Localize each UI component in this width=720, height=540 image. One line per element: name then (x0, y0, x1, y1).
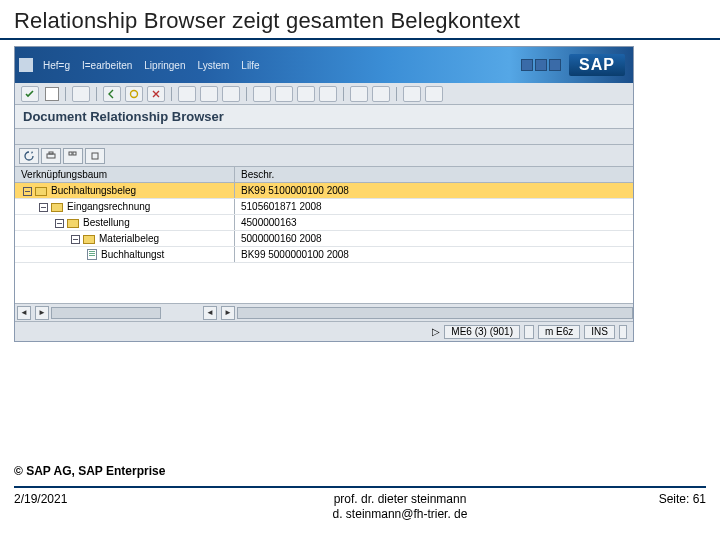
find-next-icon[interactable] (222, 86, 240, 102)
tree-grid: Verknüpfungsbaum Beschr. Buchhaltungsbel… (15, 167, 633, 303)
separator (171, 87, 172, 101)
first-page-icon[interactable] (253, 86, 271, 102)
copyright-text: © SAP AG, SAP Enterprise (14, 464, 706, 482)
scroll-right-icon[interactable]: ► (221, 306, 235, 320)
scroll-track[interactable] (237, 307, 633, 319)
slide-footer: © SAP AG, SAP Enterprise 2/19/2021 prof.… (0, 464, 720, 522)
menu-item[interactable]: Hef=g (43, 60, 70, 71)
separator (343, 87, 344, 101)
collapse-all-icon[interactable] (85, 148, 105, 164)
folder-icon (67, 219, 79, 228)
status-insert-mode: INS (584, 325, 615, 339)
grid-header: Verknüpfungsbaum Beschr. (15, 167, 633, 183)
expander-icon[interactable] (55, 219, 64, 228)
window-controls (521, 59, 561, 71)
tree-label: Bestellung (83, 217, 130, 228)
separator (246, 87, 247, 101)
folder-icon (35, 187, 47, 196)
separator (65, 87, 66, 101)
screen-title: Document Relationship Browser (15, 105, 633, 129)
svg-point-0 (131, 90, 138, 97)
alv-toolbar (15, 145, 633, 167)
svg-rect-4 (73, 152, 76, 155)
refresh-icon[interactable] (19, 148, 39, 164)
expander-icon[interactable] (39, 203, 48, 212)
column-header-desc[interactable]: Beschr. (235, 167, 633, 182)
folder-icon (51, 203, 63, 212)
tree-label: Materialbeleg (99, 233, 159, 244)
menu-item[interactable]: Lystem (197, 60, 229, 71)
save-icon[interactable] (72, 86, 90, 102)
next-page-icon[interactable] (297, 86, 315, 102)
expander-icon[interactable] (71, 235, 80, 244)
sap-logo: SAP (569, 54, 625, 76)
status-bar: ▷ ME6 (3) (901) m E6z INS (15, 321, 633, 341)
horizontal-scrollbar: ◄ ► ◄ ► (15, 303, 633, 321)
ok-code-icon[interactable] (21, 86, 39, 102)
tree-row[interactable]: Eingangsrechnung 5105601871 2008 (15, 199, 633, 215)
tree-label: Buchhaltungsbeleg (51, 185, 136, 196)
titlebar: Hef=g I=earbeiten Lipringen Lystem Lilfe… (15, 47, 633, 83)
scroll-track[interactable] (51, 307, 161, 319)
scroll-left-icon[interactable]: ◄ (17, 306, 31, 320)
scroll-left-icon[interactable]: ◄ (203, 306, 217, 320)
scroll-right-icon[interactable]: ► (35, 306, 49, 320)
tree-row[interactable]: Materialbeleg 5000000160 2008 (15, 231, 633, 247)
status-host: m E6z (538, 325, 580, 339)
help-icon[interactable] (403, 86, 421, 102)
tree-row[interactable]: Bestellung 4500000163 (15, 215, 633, 231)
status-icon (524, 325, 534, 339)
tree-label: Eingangsrechnung (67, 201, 150, 212)
print-icon[interactable] (178, 86, 196, 102)
last-page-icon[interactable] (319, 86, 337, 102)
menu-item[interactable]: Lilfe (241, 60, 259, 71)
status-system: ME6 (3) (901) (444, 325, 520, 339)
document-icon (87, 249, 97, 260)
empty-grid-area (15, 263, 633, 303)
status-resize-icon (619, 325, 627, 339)
maximize-icon[interactable] (535, 59, 547, 71)
new-session-icon[interactable] (350, 86, 368, 102)
command-field[interactable] (45, 87, 59, 101)
prev-page-icon[interactable] (275, 86, 293, 102)
tree-desc: 5000000160 2008 (235, 231, 633, 246)
svg-rect-2 (49, 152, 53, 154)
status-arrow-icon[interactable]: ▷ (432, 326, 440, 337)
slide-title: Relationship Browser zeigt gesamten Bele… (0, 0, 720, 40)
separator (96, 87, 97, 101)
footer-email: d. steinmann@fh-trier. de (214, 507, 586, 522)
app-toolbar-spacer (15, 129, 633, 145)
print-icon[interactable] (41, 148, 61, 164)
tree-desc: 4500000163 (235, 215, 633, 230)
tree-row[interactable]: Buchhaltungsbeleg BK99 5100000100 2008 (15, 183, 633, 199)
expander-icon[interactable] (23, 187, 32, 196)
layout-menu-icon[interactable] (425, 86, 443, 102)
close-icon[interactable] (549, 59, 561, 71)
find-icon[interactable] (200, 86, 218, 102)
footer-author: prof. dr. dieter steinmann (214, 492, 586, 507)
svg-rect-5 (92, 153, 98, 159)
cancel-icon[interactable] (147, 86, 165, 102)
exit-icon[interactable] (125, 86, 143, 102)
sap-window: Hef=g I=earbeiten Lipringen Lystem Lilfe… (14, 46, 634, 342)
expand-all-icon[interactable] (63, 148, 83, 164)
separator (396, 87, 397, 101)
tree-label: Buchhaltungst (101, 249, 164, 260)
column-header-tree[interactable]: Verknüpfungsbaum (15, 167, 235, 182)
menu-item[interactable]: Lipringen (144, 60, 185, 71)
folder-icon (83, 235, 95, 244)
minimize-icon[interactable] (521, 59, 533, 71)
tree-row[interactable]: Buchhaltungst BK99 5000000100 2008 (15, 247, 633, 263)
tree-desc: BK99 5000000100 2008 (235, 247, 633, 262)
footer-date: 2/19/2021 (14, 492, 214, 506)
back-icon[interactable] (103, 86, 121, 102)
footer-page: Seite: 61 (586, 492, 706, 506)
menu-bar: Hef=g I=earbeiten Lipringen Lystem Lilfe (43, 60, 260, 71)
standard-toolbar (15, 83, 633, 105)
tree-desc: 5105601871 2008 (235, 199, 633, 214)
menu-item[interactable]: I=earbeiten (82, 60, 132, 71)
shortcut-icon[interactable] (372, 86, 390, 102)
svg-rect-1 (47, 154, 55, 158)
svg-rect-3 (69, 152, 72, 155)
system-menu-icon[interactable] (19, 58, 33, 72)
